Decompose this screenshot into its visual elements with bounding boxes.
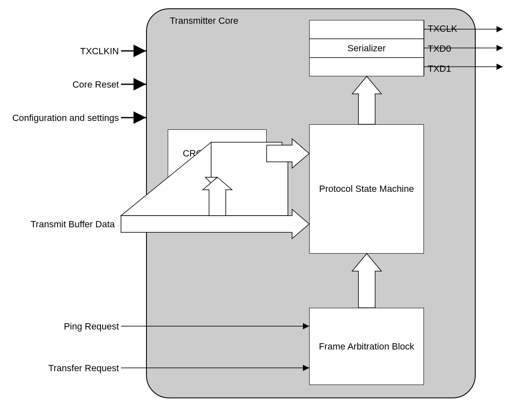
connections-layer xyxy=(0,0,532,410)
diagram-canvas: Transmitter Core Serializer CRC Submodul… xyxy=(0,0,532,410)
